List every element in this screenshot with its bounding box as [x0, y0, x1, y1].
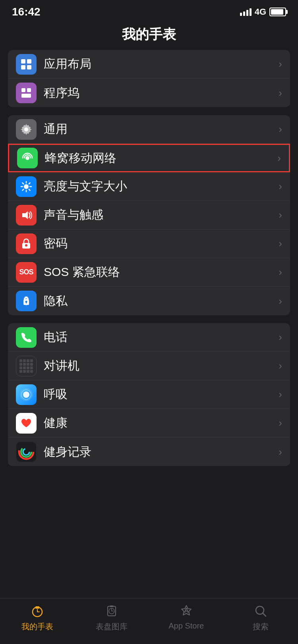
- tab-bar: 我的手表 表盘图库 A App Store: [0, 598, 298, 644]
- my-watch-tab-icon: [29, 602, 46, 620]
- svg-point-28: [23, 391, 29, 398]
- chevron-icon: ›: [279, 123, 282, 135]
- svg-line-45: [263, 613, 266, 616]
- walkie-label: 对讲机: [44, 358, 275, 374]
- svg-rect-27: [26, 303, 27, 304]
- chevron-icon: ›: [279, 87, 282, 99]
- chevron-icon: ›: [279, 360, 282, 372]
- svg-point-33: [23, 449, 29, 455]
- phone-icon: [16, 327, 37, 348]
- svg-line-17: [23, 189, 24, 190]
- chevron-icon: ›: [279, 209, 282, 221]
- menu-item-passcode[interactable]: 密码 ›: [8, 229, 290, 258]
- svg-rect-0: [21, 59, 25, 64]
- cellular-icon: [17, 148, 38, 168]
- sounds-label: 声音与触感: [44, 207, 275, 223]
- menu-item-sounds[interactable]: 声音与触感 ›: [8, 201, 290, 229]
- chevron-icon: ›: [279, 331, 282, 343]
- status-time: 16:42: [12, 6, 41, 18]
- tab-my-watch[interactable]: 我的手表: [0, 602, 75, 632]
- dock-icon: [16, 83, 37, 103]
- brightness-label: 亮度与文字大小: [44, 178, 275, 195]
- chevron-icon: ›: [279, 58, 282, 70]
- brightness-icon: [16, 176, 37, 197]
- tab-watch-faces[interactable]: 表盘图库: [75, 602, 149, 632]
- walkie-icon: [16, 356, 37, 376]
- menu-item-phone[interactable]: 电话 ›: [8, 323, 290, 352]
- menu-item-health[interactable]: 健康 ›: [8, 409, 290, 438]
- section-apps: 应用布局 › 程序坞 ›: [8, 50, 290, 107]
- svg-rect-35: [35, 606, 39, 609]
- svg-line-14: [23, 183, 24, 184]
- tab-search[interactable]: 搜索: [224, 602, 298, 632]
- app-store-tab-label: App Store: [168, 621, 204, 631]
- sos-icon: SOS: [16, 262, 37, 283]
- svg-marker-18: [22, 211, 28, 219]
- menu-item-sos[interactable]: SOS SOS 紧急联络 ›: [8, 258, 290, 287]
- app-store-tab-icon: A: [178, 602, 195, 620]
- signal-icon: [240, 8, 252, 16]
- fitness-label: 健身记录: [44, 444, 275, 460]
- svg-text:A: A: [184, 607, 189, 614]
- watch-faces-tab-label: 表盘图库: [96, 621, 128, 632]
- health-label: 健康: [44, 415, 275, 431]
- svg-rect-39: [110, 605, 114, 607]
- app-layout-icon: [16, 54, 37, 75]
- phone-label: 电话: [44, 329, 275, 345]
- network-type: 4G: [255, 7, 266, 17]
- status-icons: 4G: [240, 7, 286, 17]
- search-tab-label: 搜索: [253, 621, 269, 632]
- menu-item-app-layout[interactable]: 应用布局 ›: [8, 50, 290, 79]
- passcode-label: 密码: [44, 235, 275, 252]
- cellular-label: 蜂窝移动网络: [45, 150, 274, 166]
- menu-item-walkie[interactable]: 对讲机 ›: [8, 352, 290, 380]
- privacy-label: 隐私: [44, 293, 275, 309]
- sounds-icon: [16, 205, 37, 226]
- svg-rect-4: [21, 88, 25, 92]
- sos-label: SOS 紧急联络: [44, 264, 275, 280]
- grid-icon: [19, 359, 33, 373]
- passcode-icon: [16, 233, 37, 254]
- svg-point-20: [25, 244, 27, 247]
- svg-point-8: [25, 156, 29, 160]
- svg-point-9: [24, 184, 29, 189]
- watch-faces-tab-icon: [103, 602, 120, 620]
- menu-item-cellular[interactable]: 蜂窝移动网络 ›: [8, 144, 290, 172]
- fitness-icon: [16, 442, 37, 462]
- svg-rect-5: [27, 88, 31, 92]
- breathe-icon: [16, 384, 37, 405]
- chevron-icon: ›: [279, 417, 282, 429]
- health-icon: [16, 413, 37, 434]
- general-label: 通用: [44, 121, 275, 137]
- battery-icon: [269, 8, 286, 16]
- svg-rect-3: [27, 65, 31, 69]
- dock-label: 程序坞: [44, 85, 275, 101]
- my-watch-tab-label: 我的手表: [21, 621, 53, 632]
- svg-line-16: [29, 183, 30, 184]
- section-apps2: 电话 › 对讲机 › 呼吸 ›: [8, 323, 290, 466]
- chevron-icon: ›: [277, 152, 281, 164]
- page-title: 我的手表: [0, 21, 298, 50]
- breathe-label: 呼吸: [44, 386, 275, 403]
- search-tab-icon: [252, 602, 269, 620]
- general-icon: [16, 119, 37, 140]
- menu-item-brightness[interactable]: 亮度与文字大小 ›: [8, 172, 290, 201]
- chevron-icon: ›: [279, 237, 282, 250]
- svg-rect-2: [21, 65, 25, 69]
- section-settings: 通用 › 蜂窝移动网络 ›: [8, 115, 290, 315]
- app-layout-label: 应用布局: [44, 56, 275, 72]
- chevron-icon: ›: [279, 388, 282, 401]
- chevron-icon: ›: [279, 180, 282, 193]
- menu-item-dock[interactable]: 程序坞 ›: [8, 79, 290, 107]
- menu-item-fitness[interactable]: 健身记录 ›: [8, 438, 290, 466]
- svg-rect-6: [21, 94, 31, 98]
- menu-item-general[interactable]: 通用 ›: [8, 115, 290, 144]
- menu-item-breathe[interactable]: 呼吸 ›: [8, 380, 290, 409]
- tab-app-store[interactable]: A App Store: [149, 602, 224, 631]
- privacy-icon: [16, 291, 37, 311]
- chevron-icon: ›: [279, 446, 282, 458]
- chevron-icon: ›: [279, 295, 282, 307]
- status-bar: 16:42 4G: [0, 0, 298, 21]
- chevron-icon: ›: [279, 266, 282, 278]
- menu-item-privacy[interactable]: 隐私 ›: [8, 287, 290, 315]
